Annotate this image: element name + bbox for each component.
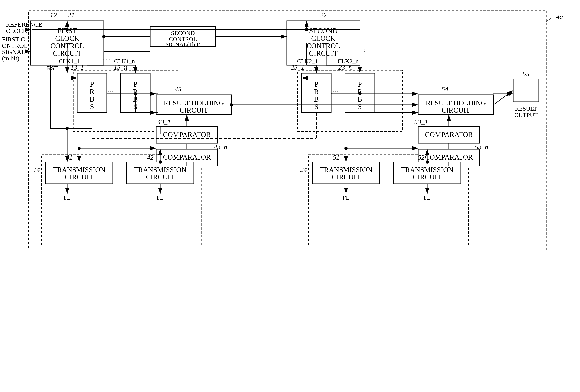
label-42: 42: [147, 154, 154, 161]
transmission-51-label-2: CIRCUIT: [332, 173, 360, 181]
second-clock-label-4: CIRCUIT: [309, 49, 338, 57]
first-control-label-4: (m bit): [2, 55, 19, 62]
label-2: 2: [362, 47, 366, 55]
second-clock-label-3: CONTROL: [306, 42, 340, 50]
fl-41-label: FL: [64, 194, 71, 201]
comparator-43-n-label: COMPARATOR: [163, 153, 211, 161]
first-control-label-3: SIGNAL: [2, 48, 25, 56]
result-holding-54-label-2: CIRCUIT: [441, 106, 470, 114]
clk1-1-label: CLK1_1: [59, 58, 80, 64]
comparator-43-1-label: COMPARATOR: [163, 131, 211, 138]
fl-52-label: FL: [424, 194, 431, 201]
label-54: 54: [441, 85, 448, 93]
reference-clock-label: REFERENCE: [6, 21, 42, 28]
result-output-box: [513, 79, 539, 102]
label-21: 21: [68, 11, 75, 19]
transmission-41-label-1: TRANSMISSION: [53, 166, 105, 174]
transmission-41-label-2: CIRCUIT: [65, 173, 93, 181]
fl-51-label: FL: [342, 194, 349, 201]
first-control-label-2: ONTROL: [2, 42, 28, 49]
prbs-13-1-s: S: [90, 103, 94, 111]
rhc-54-to-result: [493, 91, 513, 105]
dot-tx52-junction: [426, 160, 429, 164]
transmission-51-label-1: TRANSMISSION: [320, 166, 372, 174]
label-53-n: 53_n: [475, 143, 488, 151]
prbs-13-1-r: R: [90, 88, 94, 96]
label-23-1: 23_1: [291, 64, 304, 71]
second-control-label-3: SIGNAL(1bit): [165, 41, 200, 48]
dots-top-1: · ·: [215, 32, 220, 41]
label-12: 12: [50, 11, 57, 19]
transmission-42-label-1: TRANSMISSION: [134, 166, 186, 174]
second-clock-label-2: CLOCK: [311, 34, 335, 42]
dots-clk1: · · ·: [103, 56, 111, 62]
prbs-23-1-b: B: [314, 95, 319, 103]
result-holding-45-label-1: RESULT HOLDING: [163, 99, 224, 107]
dot-tx42-junction: [158, 160, 162, 164]
first-control-label-1: FIRST C: [2, 36, 25, 43]
label-55: 55: [523, 70, 529, 78]
clk2-1-label: CLK2_1: [297, 58, 318, 64]
label-51: 51: [333, 154, 339, 161]
reference-clock-label-2: CLOCK: [6, 27, 27, 34]
result-output-label-1: RESULT: [515, 105, 537, 112]
first-clock-label-2: CLOCK: [55, 34, 79, 42]
label-23-n: 23_n: [338, 64, 352, 71]
comparator-53-n-label: COMPARATOR: [425, 153, 473, 161]
prbs-23-1-p: P: [314, 80, 318, 88]
transmission-52-label-2: CIRCUIT: [413, 173, 441, 181]
label-45: 45: [175, 85, 181, 93]
diagram: 4a 14 24 FIRST CLOCK CONTROL CIRCUIT 12 …: [0, 0, 580, 392]
label-41: 41: [66, 154, 73, 161]
label-13-n: 13_n: [114, 64, 127, 71]
prbs-13-n-p: P: [134, 80, 138, 88]
transmission-52-label-1: TRANSMISSION: [401, 166, 453, 174]
label-22: 22: [320, 11, 327, 19]
label-4a: 4a: [556, 13, 563, 20]
dots-clk2: · ·: [338, 56, 342, 62]
prbs-13-1-b: B: [90, 95, 94, 103]
dot-fcc-out: [102, 35, 105, 38]
label-52: 52: [418, 154, 425, 161]
fl-42-label: FL: [157, 194, 163, 201]
label-43-1: 43_1: [157, 118, 171, 125]
result-holding-54-label-1: RESULT HOLDING: [426, 99, 486, 107]
transmission-42-label-2: CIRCUIT: [146, 173, 174, 181]
comparator-53-1-label: COMPARATOR: [425, 131, 473, 138]
label-53-1: 53_1: [415, 118, 428, 125]
label-43-n: 43_n: [214, 143, 227, 151]
clk1-n-label: CLK1_n: [114, 58, 135, 64]
second-control-label-1: SECOND: [171, 30, 195, 36]
dots-top-2: · ·: [274, 32, 280, 41]
second-clock-label-1: SECOND: [309, 27, 338, 35]
label-14: 14: [33, 166, 40, 173]
prbs-23-1-r: R: [314, 88, 319, 96]
result-output-label-2: OUTPUT: [514, 112, 538, 118]
prbs-13-1-p: P: [90, 80, 94, 88]
dot-rhc-out: [230, 103, 233, 106]
rst-label: RST: [47, 65, 58, 71]
label-13-1: 13_1: [70, 64, 84, 71]
dots-right-prbs: ···: [332, 87, 338, 96]
label-24: 24: [300, 166, 307, 173]
prbs-23-1-s: S: [314, 103, 318, 111]
prbs-23-n-p: P: [358, 80, 362, 88]
result-holding-45-label-2: CIRCUIT: [179, 106, 208, 114]
dots-left-prbs: ···: [108, 87, 114, 96]
